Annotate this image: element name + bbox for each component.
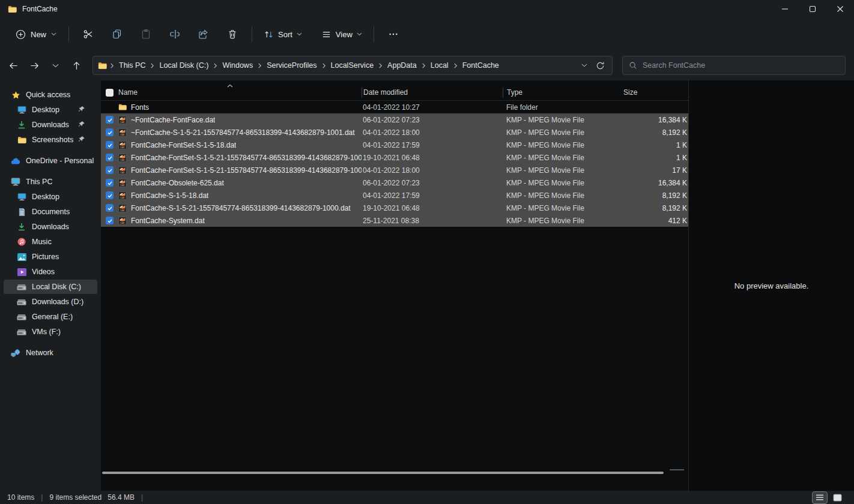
file-row[interactable]: DATFontCache-FontSet-S-1-5-21-1557845774… — [101, 151, 688, 164]
file-row[interactable]: DAT~FontCache-FontFace.dat06-01-2022 07:… — [101, 113, 688, 126]
folder-icon — [118, 103, 127, 112]
large-icons-view-button[interactable] — [830, 492, 844, 503]
back-button[interactable] — [4, 56, 23, 75]
sidebar-item-desktop[interactable]: Desktop — [4, 190, 97, 204]
file-date-modified: 06-01-2022 07:23 — [362, 116, 503, 124]
toolbar-separator — [374, 26, 374, 42]
address-bar[interactable]: This PCLocal Disk (C:)WindowsServiceProf… — [92, 56, 613, 75]
sort-button[interactable]: Sort — [258, 25, 307, 44]
breadcrumb-item[interactable]: FontCache — [458, 59, 503, 71]
cut-button[interactable] — [75, 23, 101, 45]
videos-icon — [17, 268, 26, 276]
rename-button[interactable] — [162, 23, 188, 45]
file-row[interactable]: DATFontCache-System.dat25-11-2021 08:38K… — [101, 214, 688, 227]
breadcrumb-chevron-icon[interactable] — [213, 63, 218, 68]
breadcrumb-chevron-icon[interactable] — [321, 63, 327, 68]
column-header-size[interactable]: Size — [619, 88, 688, 97]
breadcrumb-chevron-icon[interactable] — [453, 63, 458, 68]
select-all-checkbox[interactable] — [106, 89, 114, 97]
sidebar-item-this-pc[interactable]: This PC — [4, 175, 97, 189]
sidebar-item-downloads[interactable]: Downloads — [4, 118, 97, 132]
sidebar-item-label: Downloads — [32, 223, 69, 231]
row-checkbox[interactable] — [106, 191, 114, 199]
file-row[interactable]: DATFontCache-S-1-5-18.dat04-01-2022 17:5… — [101, 189, 688, 202]
search-input[interactable] — [643, 61, 839, 70]
copy-button[interactable] — [104, 23, 130, 45]
sidebar-item-downloads[interactable]: Downloads — [4, 220, 97, 234]
breadcrumb-chevron-icon[interactable] — [109, 63, 115, 68]
sidebar-item-documents[interactable]: Documents — [4, 205, 97, 219]
details-view-button[interactable] — [813, 492, 827, 503]
file-row[interactable]: DATFontCache-S-1-5-21-1557845774-8653183… — [101, 202, 688, 214]
breadcrumb-chevron-icon[interactable] — [150, 63, 155, 68]
row-checkbox[interactable] — [106, 154, 114, 161]
sidebar-item-onedrive-personal[interactable]: OneDrive - Personal — [4, 154, 97, 168]
breadcrumb-chevron-icon[interactable] — [257, 63, 262, 68]
file-row[interactable]: DAT~FontCache-S-1-5-21-1557845774-865318… — [101, 126, 688, 139]
breadcrumb-item[interactable]: Windows — [218, 59, 257, 71]
row-checkbox[interactable] — [106, 166, 114, 174]
download-icon — [17, 223, 26, 231]
breadcrumb-item[interactable]: ServiceProfiles — [262, 59, 321, 71]
sidebar-item-desktop[interactable]: Desktop — [4, 103, 97, 117]
file-row[interactable]: DATFontCache-FontSet-S-1-5-21-1557845774… — [101, 164, 688, 176]
sidebar-item-general-e[interactable]: General (E:) — [4, 310, 97, 324]
drive-icon — [17, 283, 26, 291]
row-checkbox[interactable] — [106, 128, 114, 136]
refresh-icon[interactable] — [596, 61, 605, 70]
file-date-modified: 04-01-2022 18:00 — [362, 166, 503, 175]
column-header-date-modified[interactable]: Date modified — [362, 87, 503, 98]
file-type: KMP - MPEG Movie File — [503, 128, 619, 137]
search-box[interactable] — [622, 56, 846, 75]
file-name: Fonts — [131, 103, 149, 112]
row-checkbox[interactable] — [106, 116, 114, 124]
sidebar-item-network[interactable]: Network — [4, 346, 97, 360]
view-button[interactable]: View — [316, 25, 368, 44]
svg-text:DAT: DAT — [121, 222, 126, 224]
breadcrumb-item[interactable]: Local — [426, 59, 453, 71]
close-button[interactable] — [826, 0, 854, 18]
row-checkbox[interactable] — [106, 217, 114, 224]
delete-button[interactable] — [219, 23, 246, 45]
breadcrumb-chevron-icon[interactable] — [421, 63, 426, 68]
breadcrumb-item[interactable]: LocalService — [327, 59, 378, 71]
column-header-name[interactable]: Name — [118, 88, 138, 97]
breadcrumb-item[interactable]: This PC — [115, 59, 150, 71]
file-row[interactable]: DATFontCache-FontSet-S-1-5-18.dat04-01-2… — [101, 139, 688, 151]
breadcrumb-item[interactable]: Local Disk (C:) — [155, 59, 213, 71]
new-button[interactable]: New — [10, 25, 62, 44]
file-row[interactable]: Fonts04-01-2022 10:27File folder — [101, 101, 688, 113]
share-icon — [198, 29, 209, 40]
sidebar-item-screenshots[interactable]: Screenshots — [4, 133, 97, 147]
address-dropdown-icon[interactable] — [581, 64, 587, 67]
new-button-label: New — [31, 30, 46, 39]
forward-button[interactable] — [25, 56, 44, 75]
minimize-button[interactable] — [771, 0, 799, 18]
file-explorer-window: FontCache New Sort View — [0, 0, 854, 504]
row-checkbox[interactable] — [106, 204, 114, 212]
dat-file-icon: DAT — [118, 191, 127, 200]
more-options-button[interactable] — [380, 23, 407, 45]
sidebar-item-music[interactable]: Music — [4, 235, 97, 249]
sidebar-item-videos[interactable]: Videos — [4, 265, 97, 279]
sidebar-item-vms-f[interactable]: VMs (F:) — [4, 325, 97, 339]
column-header-type[interactable]: Type — [503, 87, 619, 98]
file-type: KMP - MPEG Movie File — [503, 166, 619, 175]
row-checkbox[interactable] — [106, 179, 114, 187]
sidebar-item-quick-access[interactable]: Quick access — [4, 88, 97, 102]
sidebar-item-pictures[interactable]: Pictures — [4, 250, 97, 264]
horizontal-scrollbar[interactable] — [102, 472, 664, 474]
maximize-button[interactable] — [799, 0, 826, 18]
up-button[interactable] — [67, 56, 86, 75]
breadcrumb-chevron-icon[interactable] — [378, 63, 383, 68]
sidebar-item-local-disk-c[interactable]: Local Disk (C:) — [4, 280, 97, 294]
breadcrumb-item[interactable]: AppData — [383, 59, 421, 71]
row-checkbox[interactable] — [106, 103, 114, 111]
search-icon — [629, 61, 637, 70]
file-row[interactable]: DATFontCache-Obsolete-625.dat06-01-2022 … — [101, 176, 688, 189]
recent-locations-button[interactable] — [46, 56, 65, 75]
sidebar-item-downloads-d[interactable]: Downloads (D:) — [4, 295, 97, 309]
share-button[interactable] — [190, 23, 217, 45]
row-checkbox[interactable] — [106, 141, 114, 149]
sidebar-item-label: Downloads — [32, 121, 69, 129]
